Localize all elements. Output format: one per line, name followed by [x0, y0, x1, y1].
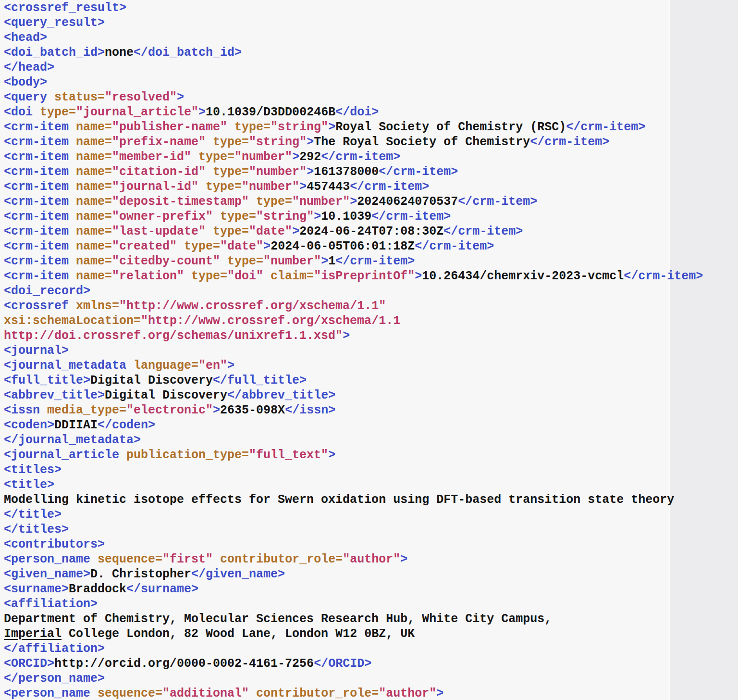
xml-tag: >: [307, 165, 314, 179]
xml-attribute-name: name=: [76, 225, 112, 238]
xml-tag: <journal_article: [4, 448, 126, 462]
xml-line: <query_result>: [4, 15, 703, 30]
xml-attribute-name: claim=: [263, 269, 314, 283]
xml-line: <affiliation>: [4, 597, 703, 612]
xml-line: <query status="resolved">: [4, 90, 703, 105]
xml-tag: <person_name: [4, 552, 98, 566]
xml-tag: <doi_record>: [4, 284, 90, 298]
xml-tag: >: [263, 239, 271, 253]
xml-line: <journal_metadata language="en">: [4, 358, 703, 373]
xml-line: <ORCID>http://orcid.org/0000-0002-4161-7…: [4, 656, 703, 671]
xml-attribute-value: "citation-id": [112, 165, 206, 179]
xml-attribute-name: contributor_role=: [249, 687, 379, 700]
xml-tag: <body>: [4, 75, 47, 89]
xml-line: <doi type="journal_article">10.1039/D3DD…: [4, 105, 703, 120]
xml-attribute-value: "http://www.crossref.org/xschema/1.1": [119, 299, 386, 313]
xml-attribute-value: "en": [198, 359, 227, 373]
xml-line: <crossref xmlns="http://www.crossref.org…: [4, 299, 703, 313]
xml-attribute-value: "number": [249, 165, 307, 179]
xml-tag: </doi>: [335, 105, 379, 119]
xml-attribute-value: "last-update": [112, 225, 206, 238]
xml-text-content: DDIIAI: [54, 418, 98, 432]
xml-attribute-name: type=: [191, 150, 234, 164]
xml-tag: <crm-item: [4, 254, 76, 268]
xml-attribute-value: "date": [220, 239, 263, 253]
xml-attribute-name: contributor_role=: [213, 552, 343, 566]
xml-tag: </head>: [4, 61, 54, 75]
xml-tag: >: [415, 269, 422, 283]
xml-tag: >: [227, 359, 234, 373]
xml-attribute-name: type=: [206, 225, 249, 238]
xml-line: <person_name sequence="additional" contr…: [4, 686, 703, 700]
xml-tag: >: [299, 180, 307, 194]
xml-tag: </crm-item>: [530, 135, 609, 149]
xml-line: <person_name sequence="first" contributo…: [4, 552, 703, 567]
xml-text-content: Digital Discovery: [90, 374, 213, 388]
xml-attribute-value: "string": [256, 210, 314, 224]
xml-text-content: Modelling kinetic isotope effects for Sw…: [4, 493, 674, 507]
xml-line: <crm-item name="citedby-count" type="num…: [4, 254, 703, 269]
xml-tag: >: [328, 120, 335, 134]
xml-attribute-value: "first": [162, 552, 213, 566]
xml-text-content: 10.26434/chemrxiv-2023-vcmcl: [422, 269, 624, 283]
xml-attribute-name: publication_type=: [126, 448, 249, 462]
xml-attribute-name: type=: [184, 269, 227, 283]
xml-line: <crm-item name="last-update" type="date"…: [4, 224, 703, 239]
xml-tag: <journal_metadata: [4, 359, 134, 373]
xml-text-content: 10.1039: [321, 210, 371, 224]
xml-line: <journal_article publication_type="full_…: [4, 448, 703, 462]
xml-line: </affiliation>: [4, 641, 703, 656]
xml-line: Department of Chemistry, Molecular Scien…: [4, 612, 703, 626]
xml-line: <abbrev_title>Digital Discovery</abbrev_…: [4, 388, 703, 403]
xml-tag: <journal>: [4, 344, 69, 358]
xml-attribute-value: "date": [249, 225, 292, 238]
xml-attribute-name: name=: [76, 120, 112, 134]
xml-tag: >: [292, 150, 299, 164]
xml-attribute-name: name=: [76, 269, 112, 283]
xml-tag: >: [436, 687, 443, 700]
xml-attribute-name: type=: [177, 239, 220, 253]
xml-tag: </surname>: [126, 582, 198, 596]
xml-line: </titles>: [4, 522, 703, 537]
xml-text-content: The Royal Society of Chemistry: [314, 135, 530, 149]
xml-text-content: 20240624070537: [357, 195, 458, 209]
xml-tag: <crm-item: [4, 150, 76, 164]
xml-attribute-name: name=: [76, 165, 112, 179]
xml-text-content: 2024-06-05T06:01:18Z: [271, 239, 415, 253]
xml-line: </head>: [4, 60, 703, 75]
xml-tag: <contributors>: [4, 538, 105, 551]
xml-tag: <titles>: [4, 463, 62, 477]
xml-attribute-name: language=: [134, 359, 198, 373]
xml-line: <crm-item name="member-id" type="number"…: [4, 150, 703, 164]
xml-tag: <head>: [4, 31, 47, 45]
xml-attribute-value: "author": [379, 687, 436, 700]
xml-line: <journal>: [4, 343, 703, 358]
xml-tag: <affiliation>: [4, 597, 98, 611]
xml-attribute-value: "prefix-name": [112, 135, 206, 149]
xml-line: <crm-item name="citation-id" type="numbe…: [4, 164, 703, 179]
xml-tag: </journal_metadata>: [4, 433, 141, 447]
xml-attribute-value: "http://www.crossref.org/xschema/1.1: [141, 314, 400, 328]
xml-line: <surname>Braddock</surname>: [4, 582, 703, 597]
xml-line: <head>: [4, 30, 703, 45]
xml-line: <crm-item name="owner-prefix" type="stri…: [4, 209, 703, 224]
xml-tag: <crm-item: [4, 239, 76, 253]
xml-tag: >: [343, 329, 350, 343]
xml-line: <title>: [4, 477, 703, 492]
xml-tag: >: [328, 448, 335, 462]
xml-tag: </crm-item>: [379, 165, 458, 179]
xml-tag: <crm-item: [4, 269, 76, 283]
xml-tag: <crm-item: [4, 135, 76, 149]
xml-attribute-value: "deposit-timestamp": [112, 195, 249, 209]
xml-attribute-value: "publisher-name": [112, 120, 227, 134]
xml-attribute-name: type=: [213, 210, 256, 224]
xml-line: xsi:schemaLocation="http://www.crossref.…: [4, 313, 703, 328]
xml-attribute-name: type=: [206, 135, 249, 149]
xml-tag: </title>: [4, 508, 62, 522]
xml-attribute-value: "owner-prefix": [112, 210, 213, 224]
xml-tag: <query: [4, 90, 54, 104]
xml-tag: </crm-item>: [443, 225, 523, 238]
xml-text-content: 2635-098X: [220, 403, 285, 417]
xml-attribute-name: type=: [227, 120, 271, 134]
xml-attribute-name: name=: [76, 210, 112, 224]
